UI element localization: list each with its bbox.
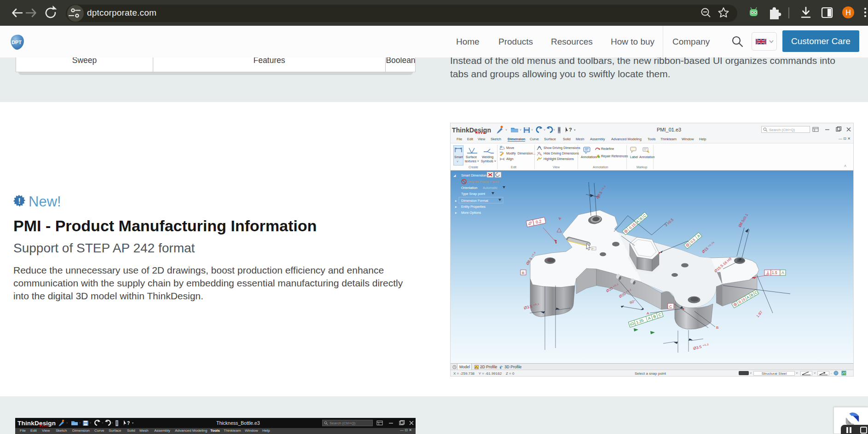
svg-text:˅: ˅ (553, 128, 555, 131)
svg-text:˅: ˅ (102, 422, 104, 424)
svg-text:?: ? (127, 421, 130, 426)
svg-text:More Options: More Options (461, 211, 481, 215)
svg-text:˅: ˅ (90, 422, 92, 424)
svg-text:Entity Properties: Entity Properties (461, 205, 486, 209)
svg-text:DPT: DPT (12, 40, 22, 45)
svg-text:▾: ▾ (574, 128, 576, 131)
svg-text:▸: ▸ (455, 211, 457, 214)
svg-text:B: B (716, 326, 718, 330)
svg-text:˅: ˅ (79, 422, 81, 424)
svg-text:H: H (845, 9, 851, 17)
svg-text:⊢: ⊢ (592, 247, 595, 250)
svg-text:!: ! (18, 197, 21, 206)
svg-text:Only on Planar Faces: Only on Planar Faces (467, 180, 499, 184)
svg-text:˅: ˅ (66, 422, 68, 424)
svg-text:˅: ˅ (520, 128, 521, 131)
svg-text:˅: ˅ (531, 128, 533, 131)
svg-text:B: B (522, 271, 524, 275)
svg-text:˅: ˅ (505, 128, 507, 131)
svg-text:Type Snap point: Type Snap point (461, 192, 485, 196)
svg-text:Dimension Format: Dimension Format (461, 199, 488, 203)
svg-text:▸: ▸ (455, 199, 457, 202)
svg-text:˅: ˅ (544, 128, 545, 131)
svg-text:˅: ˅ (111, 422, 113, 424)
svg-text:Automatic: Automatic (483, 186, 498, 190)
svg-text:▾: ▾ (132, 422, 133, 424)
svg-text:C: C (669, 304, 672, 309)
svg-text:A: A (781, 270, 784, 275)
svg-text:▸: ▸ (455, 205, 457, 208)
svg-text:Smart Dimension: Smart Dimension (461, 173, 486, 177)
svg-text:?: ? (569, 127, 572, 132)
svg-text:Orientation: Orientation (461, 186, 477, 190)
svg-text:A: A (647, 311, 649, 315)
svg-text:1.5: 1.5 (772, 270, 777, 275)
svg-text:◢: ◢ (453, 174, 456, 177)
